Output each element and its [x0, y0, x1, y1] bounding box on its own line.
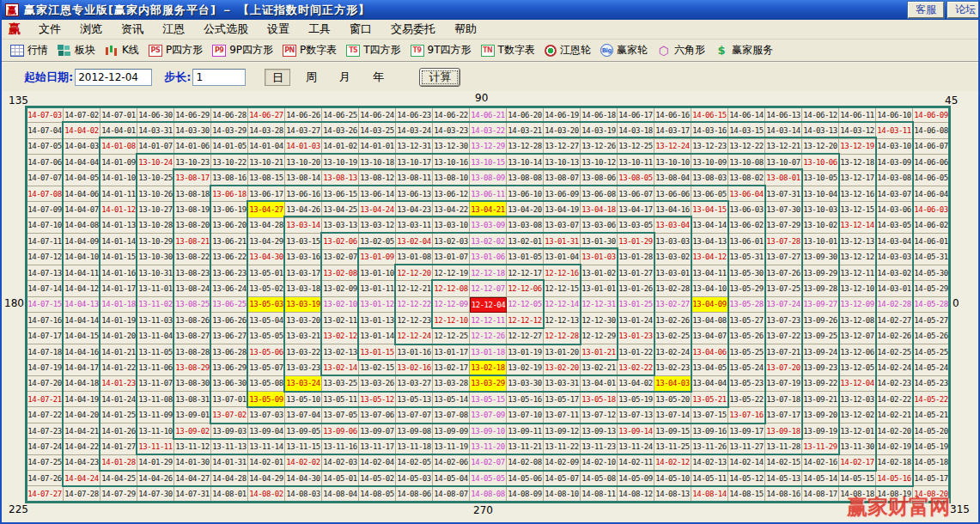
date-cell-13-11-06[interactable]: 13-11-06	[137, 360, 174, 375]
date-cell-13-01-01[interactable]: 13-01-01	[581, 281, 618, 296]
date-cell-13-01-13[interactable]: 13-01-13	[359, 313, 396, 328]
date-cell-13-06-11[interactable]: 13-06-11	[470, 186, 507, 202]
date-cell-13-12-18[interactable]: 13-12-18	[839, 155, 876, 170]
date-cell-14-06-30[interactable]: 14-06-30	[137, 107, 174, 123]
date-cell-13-12-01[interactable]: 13-12-01	[839, 423, 876, 439]
date-cell-13-05-22[interactable]: 13-05-22	[728, 392, 765, 407]
date-cell-13-11-28[interactable]: 13-11-28	[765, 439, 802, 454]
date-cell-13-11-22[interactable]: 13-11-22	[544, 439, 581, 454]
date-cell-14-05-17[interactable]: 14-05-17	[913, 471, 950, 486]
date-cell-13-06-28[interactable]: 13-06-28	[211, 344, 248, 360]
date-cell-13-10-09[interactable]: 13-10-09	[691, 155, 728, 170]
date-cell-13-08-15[interactable]: 13-08-15	[248, 171, 285, 186]
date-cell-13-07-30[interactable]: 13-07-30	[765, 202, 802, 217]
date-cell-13-06-26[interactable]: 13-06-26	[211, 313, 248, 328]
date-cell-14-05-16[interactable]: 14-05-16	[876, 471, 913, 486]
date-cell-13-05-29[interactable]: 13-05-29	[728, 281, 765, 296]
toolbar-button-3[interactable]: PSP四方形	[145, 41, 209, 59]
date-cell-14-02-18[interactable]: 14-02-18	[876, 455, 913, 471]
calculate-button[interactable]: 计算	[419, 68, 460, 87]
menu-item-6[interactable]: 工具	[299, 20, 340, 39]
date-cell-13-12-21[interactable]: 13-12-21	[765, 139, 802, 155]
date-cell-14-07-05[interactable]: 14-07-05	[27, 139, 64, 155]
date-cell-14-08-03[interactable]: 14-08-03	[285, 486, 322, 502]
date-cell-13-12-24[interactable]: 13-12-24	[654, 139, 691, 155]
date-cell-13-11-10[interactable]: 13-11-10	[137, 423, 174, 439]
date-cell-13-03-29[interactable]: 13-03-29	[470, 376, 507, 392]
date-cell-13-08-05[interactable]: 13-08-05	[618, 171, 654, 186]
date-cell-13-02-03[interactable]: 13-02-03	[433, 234, 470, 249]
date-cell-14-01-26[interactable]: 14-01-26	[100, 423, 137, 439]
date-cell-13-04-18[interactable]: 13-04-18	[581, 202, 618, 217]
date-cell-14-01-14[interactable]: 14-01-14	[100, 234, 137, 249]
date-cell-14-02-11[interactable]: 14-02-11	[618, 455, 654, 471]
date-cell-12-12-26[interactable]: 12-12-26	[470, 328, 507, 344]
date-cell-13-08-28[interactable]: 13-08-28	[174, 344, 211, 360]
date-cell-13-08-19[interactable]: 13-08-19	[174, 202, 211, 217]
date-cell-13-05-17[interactable]: 13-05-17	[544, 392, 581, 407]
date-cell-13-07-25[interactable]: 13-07-25	[765, 281, 802, 296]
date-cell-13-08-09[interactable]: 13-08-09	[470, 171, 507, 186]
date-cell-13-12-04[interactable]: 13-12-04	[839, 376, 876, 392]
date-cell-14-06-18[interactable]: 14-06-18	[581, 107, 618, 123]
date-cell-14-06-13[interactable]: 14-06-13	[765, 107, 802, 123]
date-cell-13-08-30[interactable]: 13-08-30	[174, 376, 211, 392]
date-cell-13-03-10[interactable]: 13-03-10	[433, 218, 470, 234]
date-cell-14-07-30[interactable]: 14-07-30	[137, 486, 174, 502]
date-cell-13-11-24[interactable]: 13-11-24	[618, 439, 654, 454]
date-cell-14-01-08[interactable]: 14-01-08	[100, 139, 137, 155]
date-cell-14-01-28[interactable]: 14-01-28	[100, 455, 137, 471]
date-cell-14-01-23[interactable]: 14-01-23	[100, 376, 137, 392]
date-cell-12-12-31[interactable]: 12-12-31	[581, 297, 618, 313]
date-cell-14-04-29[interactable]: 14-04-29	[248, 471, 285, 486]
date-cell-14-05-07[interactable]: 14-05-07	[544, 471, 581, 486]
date-cell-13-04-21[interactable]: 13-04-21	[470, 202, 507, 217]
date-cell-14-04-16[interactable]: 14-04-16	[64, 344, 100, 360]
date-cell-13-01-07[interactable]: 13-01-07	[433, 250, 470, 265]
date-cell-14-07-12[interactable]: 14-07-12	[27, 250, 64, 265]
date-cell-13-09-01[interactable]: 13-09-01	[174, 407, 211, 423]
date-cell-14-04-04[interactable]: 14-04-04	[64, 155, 100, 170]
date-cell-13-11-14[interactable]: 13-11-14	[248, 439, 285, 454]
date-cell-14-04-10[interactable]: 14-04-10	[64, 250, 100, 265]
date-cell-14-06-09[interactable]: 14-06-09	[913, 107, 950, 123]
date-cell-14-01-06[interactable]: 14-01-06	[174, 139, 211, 155]
toolbar-button-1[interactable]: 板块	[54, 41, 101, 59]
date-cell-13-10-07[interactable]: 13-10-07	[765, 155, 802, 170]
date-cell-14-03-08[interactable]: 14-03-08	[876, 171, 913, 186]
date-cell-14-05-31[interactable]: 14-05-31	[913, 250, 950, 265]
date-cell-13-04-27[interactable]: 13-04-27	[248, 202, 285, 217]
date-cell-13-09-12[interactable]: 13-09-12	[544, 423, 581, 439]
date-cell-13-01-02[interactable]: 13-01-02	[581, 265, 618, 281]
date-cell-13-02-20[interactable]: 13-02-20	[544, 360, 581, 375]
date-cell-13-03-23[interactable]: 13-03-23	[285, 360, 322, 375]
date-cell-14-01-05[interactable]: 14-01-05	[211, 139, 248, 155]
toolbar-button-6[interactable]: TST四方形	[343, 41, 406, 59]
date-cell-13-04-24[interactable]: 13-04-24	[359, 202, 396, 217]
date-cell-13-03-22[interactable]: 13-03-22	[285, 344, 322, 360]
date-cell-14-02-26[interactable]: 14-02-26	[876, 328, 913, 344]
date-cell-14-01-19[interactable]: 14-01-19	[100, 313, 137, 328]
date-cell-13-01-23[interactable]: 13-01-23	[618, 328, 654, 344]
date-cell-13-08-01[interactable]: 13-08-01	[765, 171, 802, 186]
toolbar-button-5[interactable]: PNP数字表	[279, 41, 343, 59]
date-cell-14-01-10[interactable]: 14-01-10	[100, 171, 137, 186]
date-cell-14-05-21[interactable]: 14-05-21	[913, 407, 950, 423]
date-cell-13-05-11[interactable]: 13-05-11	[322, 392, 359, 407]
date-cell-13-05-27[interactable]: 13-05-27	[728, 313, 765, 328]
date-cell-13-08-08[interactable]: 13-08-08	[507, 171, 544, 186]
date-cell-12-12-28[interactable]: 12-12-28	[544, 328, 581, 344]
date-cell-13-08-12[interactable]: 13-08-12	[359, 171, 396, 186]
date-cell-14-08-01[interactable]: 14-08-01	[211, 486, 248, 502]
date-cell-13-03-28[interactable]: 13-03-28	[433, 376, 470, 392]
date-cell-13-07-07[interactable]: 13-07-07	[396, 407, 433, 423]
date-cell-13-06-06[interactable]: 13-06-06	[654, 186, 691, 202]
date-cell-13-05-13[interactable]: 13-05-13	[396, 392, 433, 407]
date-cell-13-07-12[interactable]: 13-07-12	[581, 407, 618, 423]
date-cell-12-12-16[interactable]: 12-12-16	[544, 265, 581, 281]
date-cell-13-01-28[interactable]: 13-01-28	[618, 250, 654, 265]
date-cell-14-04-22[interactable]: 14-04-22	[64, 439, 100, 454]
date-cell-13-10-02[interactable]: 13-10-02	[802, 218, 839, 234]
date-cell-14-07-17[interactable]: 14-07-17	[27, 328, 64, 344]
date-cell-14-03-11[interactable]: 14-03-11	[876, 123, 913, 138]
